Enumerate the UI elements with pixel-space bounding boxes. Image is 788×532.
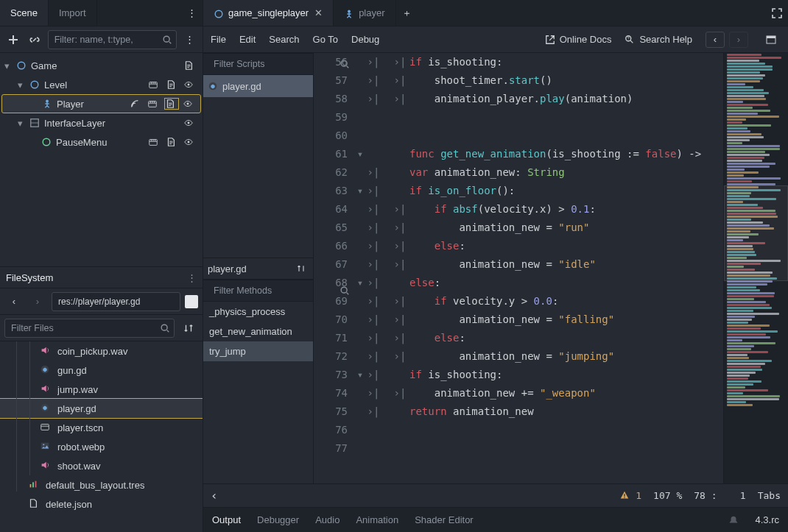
fold-gutter[interactable]: ›| — [393, 53, 407, 71]
fold-gutter[interactable] — [353, 127, 367, 145]
editor-tab-game_singleplayer[interactable]: game_singleplayer ✕ — [203, 0, 334, 26]
file-row[interactable]: coin_pickup.wav — [0, 341, 203, 361]
fold-gutter[interactable]: ›| — [393, 71, 407, 90]
dock-tab-audio[interactable]: Audio — [315, 514, 340, 525]
code-line[interactable]: 68▾›| else: — [314, 274, 723, 292]
fold-gutter[interactable] — [393, 182, 407, 200]
fold-gutter[interactable]: ▾ — [353, 274, 367, 292]
zoom-level[interactable]: 107 % — [653, 490, 682, 501]
fold-gutter[interactable] — [380, 145, 393, 163]
code-line[interactable]: 69 ›| ›| if velocity.y > 0.0: — [314, 292, 723, 311]
file-row[interactable]: default_bus_layout.tres — [0, 475, 203, 494]
search-help-button[interactable]: ? Search Help — [625, 34, 692, 45]
scene-node-interfacelayer[interactable]: ▾ InterfaceLayer — [1, 113, 201, 132]
fold-gutter[interactable] — [353, 237, 367, 255]
fold-gutter[interactable] — [380, 237, 393, 255]
eye-icon[interactable] — [183, 79, 197, 90]
fs-prev-button[interactable]: ‹ — [4, 292, 24, 311]
fold-gutter[interactable] — [380, 311, 393, 329]
fold-gutter[interactable] — [380, 347, 393, 366]
method-list[interactable]: _physics_processget_new_animationtry_jum… — [203, 302, 313, 483]
fold-gutter[interactable]: ›| — [367, 347, 380, 366]
script-list-item[interactable]: player.gd — [203, 75, 313, 97]
fold-gutter[interactable] — [393, 421, 407, 439]
chevron-icon[interactable]: ▾ — [15, 79, 25, 91]
sort-methods-button[interactable] — [294, 259, 309, 278]
filesystem-file-list[interactable]: coin_pickup.wav gun.gd jump.wav player.g… — [0, 341, 203, 532]
distraction-free-icon[interactable] — [766, 0, 788, 26]
file-row[interactable]: jump.wav — [0, 380, 203, 399]
fold-gutter[interactable] — [353, 71, 367, 90]
fold-gutter[interactable]: ›| — [367, 53, 380, 71]
fold-gutter[interactable] — [393, 366, 407, 384]
fold-gutter[interactable] — [353, 53, 367, 71]
fold-gutter[interactable] — [353, 163, 367, 182]
fold-gutter[interactable]: ›| — [367, 255, 380, 274]
fold-gutter[interactable]: ›| — [367, 311, 380, 329]
file-row[interactable]: robot.webp — [0, 437, 203, 456]
menu-file[interactable]: File — [211, 34, 226, 45]
dock-tab-output[interactable]: Output — [212, 514, 241, 525]
minimap[interactable] — [723, 53, 788, 483]
fold-gutter[interactable]: ›| — [393, 200, 407, 219]
fold-gutter[interactable]: ›| — [393, 292, 407, 311]
fold-gutter[interactable] — [380, 255, 393, 274]
fold-gutter[interactable]: ›| — [367, 274, 380, 292]
eye-icon[interactable] — [183, 118, 197, 128]
fold-gutter[interactable] — [380, 163, 393, 182]
chevron-icon[interactable]: ▾ — [1, 60, 12, 71]
scene-node-pausemenu[interactable]: PauseMenu — [1, 132, 201, 152]
fold-gutter[interactable]: ›| — [393, 384, 407, 402]
fold-gutter[interactable]: ›| — [367, 200, 380, 219]
code-line[interactable]: 60 — [314, 127, 723, 145]
fold-gutter[interactable]: ›| — [393, 255, 407, 274]
fold-gutter[interactable] — [380, 108, 393, 127]
fold-gutter[interactable] — [353, 108, 367, 127]
fold-gutter[interactable] — [367, 127, 380, 145]
code-line[interactable]: 70 ›| ›| animation_new = "falling" — [314, 311, 723, 329]
fs-color-swatch[interactable] — [185, 295, 198, 308]
menu-search[interactable]: Search — [269, 34, 299, 45]
fold-gutter[interactable]: ›| — [367, 292, 380, 311]
fs-sort-button[interactable] — [179, 319, 198, 338]
dock-tab-debugger[interactable]: Debugger — [257, 514, 299, 525]
fold-gutter[interactable] — [380, 182, 393, 200]
scene-icon[interactable] — [148, 137, 161, 147]
fold-gutter[interactable] — [367, 108, 380, 127]
scene-dock-more-icon[interactable]: ⋮ — [180, 0, 203, 26]
fold-gutter[interactable]: ›| — [393, 90, 407, 108]
fold-gutter[interactable] — [380, 219, 393, 237]
code-line[interactable]: 66 ›| ›| else: — [314, 237, 723, 255]
code-line[interactable]: 64 ›| ›| if absf(velocity.x) > 0.1: — [314, 200, 723, 219]
fold-gutter[interactable] — [353, 329, 367, 347]
scene-node-game[interactable]: ▾ Game — [1, 56, 201, 75]
fold-gutter[interactable] — [393, 163, 407, 182]
fold-gutter[interactable]: ›| — [367, 384, 380, 402]
fold-gutter[interactable]: ›| — [367, 402, 380, 421]
fold-gutter[interactable]: ›| — [367, 329, 380, 347]
fold-gutter[interactable] — [380, 274, 393, 292]
fold-gutter[interactable] — [353, 255, 367, 274]
fs-filter-input[interactable] — [4, 319, 175, 338]
fold-gutter[interactable] — [380, 127, 393, 145]
fold-gutter[interactable] — [393, 439, 407, 458]
code-line[interactable]: 65 ›| ›| animation_new = "run" — [314, 219, 723, 237]
scene-more-button[interactable]: ⋮ — [181, 30, 198, 49]
fold-gutter[interactable] — [353, 200, 367, 219]
script-icon[interactable] — [166, 137, 179, 147]
fold-gutter[interactable] — [393, 402, 407, 421]
fold-gutter[interactable] — [353, 219, 367, 237]
code-editor[interactable]: 56 ›| ›|if is_shooting:57 ›| ›| shoot_ti… — [314, 53, 723, 483]
fold-gutter[interactable]: ›| — [393, 237, 407, 255]
link-scene-button[interactable] — [26, 30, 43, 49]
fold-gutter[interactable] — [380, 421, 393, 439]
menu-edit[interactable]: Edit — [239, 34, 256, 45]
file-row[interactable]: player.gd — [0, 399, 203, 418]
code-line[interactable]: 56 ›| ›|if is_shooting: — [314, 53, 723, 71]
tab-import[interactable]: Import — [49, 0, 97, 26]
code-line[interactable]: 58 ›| ›| animation_player.play(animation… — [314, 90, 723, 108]
code-line[interactable]: 76 — [314, 421, 723, 439]
fold-gutter[interactable] — [393, 145, 407, 163]
menu-go-to[interactable]: Go To — [313, 34, 338, 45]
scene-icon[interactable] — [147, 99, 161, 109]
